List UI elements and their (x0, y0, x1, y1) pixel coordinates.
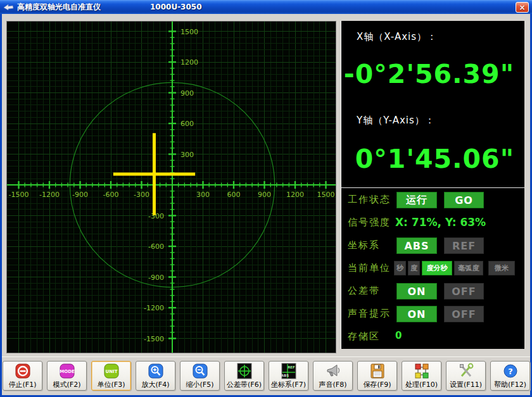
coord-system-label: 坐标系 (348, 239, 380, 251)
svg-text:-1200: -1200 (39, 191, 60, 199)
svg-text:-600: -600 (103, 191, 119, 199)
scope-plot: -1500-1200-900-600-30030060090012001500-… (6, 21, 336, 353)
coord-system-row: 坐标系 ABS REF (341, 237, 524, 254)
svg-text:1500: 1500 (317, 191, 335, 199)
toolbar-button-label: 放大(F4) (142, 380, 170, 389)
storage-row: 存储区 0 (341, 329, 524, 345)
toolbar-button-f8[interactable]: 声音(F8) (313, 361, 353, 391)
svg-text:-1500: -1500 (144, 335, 164, 343)
abs-button[interactable]: ABS (396, 237, 437, 254)
svg-text:MODE: MODE (60, 369, 75, 374)
toolbar-button-f12[interactable]: ?帮助(F12) (490, 361, 530, 391)
tolerance-off-button[interactable]: OFF (444, 283, 484, 299)
stop-icon (13, 363, 32, 379)
unit-option-dms[interactable]: 度分秒 (422, 261, 452, 275)
toolbar-button-f2[interactable]: MODE模式(F2) (47, 361, 87, 391)
svg-text:-600: -600 (148, 243, 164, 251)
unit-option-seconds[interactable]: 秒 (394, 261, 406, 275)
current-unit-label: 当前单位 (348, 262, 391, 274)
toolbar-button-label: 单位(F3) (98, 380, 125, 389)
signal-strength-label: 信号强度 (348, 217, 391, 229)
unit-option-micron[interactable]: 微米 (488, 261, 515, 275)
toolbar-button-label: 模式(F2) (53, 380, 81, 389)
x-axis-value: -0°2'56.39" (344, 59, 514, 89)
toolbar-button-f6[interactable]: 公差带(F6) (224, 361, 264, 391)
run-button[interactable]: 运行 (396, 192, 437, 208)
sound-icon (324, 363, 343, 379)
signal-strength-row: 信号强度 X: 71%, Y: 63% (341, 215, 524, 231)
y-axis-value: 0°1'45.06" (355, 144, 514, 174)
close-icon: × (519, 3, 525, 12)
svg-text:1500: 1500 (180, 28, 198, 36)
current-unit-row: 当前单位 秒 度 度分秒 毫弧度 微米 (341, 260, 524, 277)
toolbar-button-label: 公差带(F6) (227, 380, 262, 389)
sound-row: 声音提示 ON OFF (341, 306, 524, 322)
unit-option-degrees[interactable]: 度 (408, 261, 420, 275)
svg-text:1200: 1200 (286, 191, 304, 199)
work-status-label: 工作状态 (348, 194, 391, 206)
save-icon (368, 363, 387, 379)
tolerance-on-button[interactable]: ON (396, 283, 437, 299)
function-key-toolbar: 停止(F1)MODE模式(F2)UNIT单位(F3)放大(F4)缩小(F5)公差… (2, 356, 530, 395)
zoom-out-icon (191, 363, 210, 379)
help-icon: ? (501, 363, 520, 379)
toolbar-button-f5[interactable]: 缩小(F5) (180, 361, 220, 391)
tolerance-icon (235, 363, 254, 379)
window-title: 高精度双轴光电自准直仪 (17, 2, 101, 13)
sound-off-button[interactable]: OFF (444, 306, 484, 322)
application-window: 高精度双轴光电自准直仪 1000U-3050 × -1500-1200-900-… (0, 0, 532, 397)
toolbar-button-f11[interactable]: 设置(F11) (446, 361, 486, 391)
ref-button[interactable]: REF (444, 237, 484, 254)
unit-icon: UNIT (102, 363, 121, 379)
sound-on-button[interactable]: ON (396, 306, 437, 322)
title-bar: 高精度双轴光电自准直仪 1000U-3050 × (0, 0, 532, 14)
signal-strength-value: X: 71%, Y: 63% (395, 216, 486, 229)
mode-icon: MODE (58, 363, 77, 379)
window-model-number: 1000U-3050 (150, 3, 202, 11)
toolbar-button-label: 声音(F8) (319, 380, 347, 389)
toolbar-button-label: 停止(F1) (9, 380, 37, 389)
unit-option-mrad[interactable]: 毫弧度 (454, 261, 483, 275)
svg-text:-1500: -1500 (9, 191, 29, 199)
toolbar-button-label: 保存(F9) (364, 380, 391, 389)
tolerance-label: 公差带 (348, 285, 380, 297)
svg-text:600: 600 (227, 191, 241, 199)
toolbar-button-f3[interactable]: UNIT单位(F3) (91, 361, 131, 391)
toolbar-button-f10[interactable]: 处理(F10) (402, 361, 441, 391)
work-status-row: 工作状态 运行 GO (341, 192, 524, 208)
toolbar-button-label: 设置(F11) (450, 380, 482, 389)
storage-label: 存储区 (348, 331, 380, 343)
svg-text:REF: REF (288, 365, 295, 369)
svg-text:-1200: -1200 (144, 304, 164, 312)
toolbar-button-f1[interactable]: 停止(F1) (3, 361, 42, 391)
svg-text:300: 300 (180, 151, 194, 159)
toolbar-button-f4[interactable]: 放大(F4) (136, 361, 175, 391)
toolbar-button-label: 处理(F10) (405, 380, 438, 389)
settings-icon (457, 363, 476, 379)
readout-panel: X轴（X-Axis）： -0°2'56.39" Y轴（Y-Axis）： 0°1'… (341, 21, 524, 349)
panel-divider (341, 187, 524, 188)
svg-text:1200: 1200 (180, 58, 198, 66)
toolbar-button-label: 坐标系(F7) (271, 380, 306, 389)
y-axis-label: Y轴（Y-Axis）： (357, 115, 435, 127)
toolbar-button-f7[interactable]: REFABS坐标系(F7) (269, 361, 308, 391)
toolbar-button-f9[interactable]: 保存(F9) (357, 361, 397, 391)
coord-system-icon: REFABS (279, 363, 298, 379)
go-button[interactable]: GO (444, 192, 484, 208)
close-button[interactable]: × (516, 2, 529, 13)
app-icon (3, 3, 15, 11)
toolbar-button-label: 缩小(F5) (186, 380, 214, 389)
toolbar-button-label: 帮助(F12) (494, 380, 526, 389)
zoom-in-icon (146, 363, 165, 379)
svg-text:900: 900 (258, 191, 271, 199)
storage-value: 0 (395, 330, 402, 341)
x-axis-label: X轴（X-Axis）： (357, 31, 437, 43)
svg-text:-300: -300 (148, 212, 164, 220)
scope-plot-canvas: -1500-1200-900-600-30030060090012001500-… (7, 22, 336, 353)
svg-text:900: 900 (180, 89, 194, 98)
svg-text:?: ? (508, 367, 513, 376)
sound-label: 声音提示 (348, 308, 391, 320)
window-body: -1500-1200-900-600-30030060090012001500-… (2, 14, 530, 395)
tolerance-row: 公差带 ON OFF (341, 283, 524, 299)
svg-text:600: 600 (180, 120, 194, 128)
